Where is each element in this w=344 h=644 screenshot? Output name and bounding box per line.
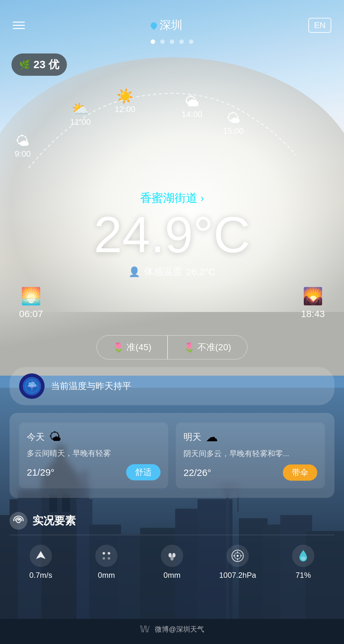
header: 深圳 EN: [0, 0, 344, 39]
accuracy-section: 🌷 准(45) 🌷 不准(20): [13, 335, 331, 359]
svg-point-34: [103, 552, 105, 555]
hour-11: ⛅ 11:00: [70, 101, 91, 127]
tomorrow-weather-icon: ☁: [206, 430, 218, 444]
svg-point-40: [170, 556, 174, 561]
live-elements-grid: 0.7m/s 0mm 0mm: [0, 538, 344, 592]
precip-item: 0mm: [141, 545, 203, 580]
hourly-forecast: 🌤 9:00 ⛅ 11:00 ☀️ 12:00 🌥 14:00 🌤 15:00: [0, 82, 344, 184]
sub-location[interactable]: 香蜜湖街道 ›: [13, 190, 331, 206]
rain-item: 0mm: [75, 545, 138, 580]
accurate-label: 准(45): [126, 341, 151, 353]
precip-value: 0mm: [163, 571, 180, 580]
svg-point-36: [103, 557, 105, 560]
sunrise: 🌅 06:07: [19, 287, 43, 319]
tomorrow-tag: 带伞: [283, 464, 317, 481]
bottom-bar: 𝕎 微博@深圳天气: [0, 619, 344, 644]
daily-tomorrow-header: 明天 ☁: [183, 430, 317, 444]
sunset-icon: 🌄: [303, 287, 323, 306]
flower-icon: 🌷: [113, 342, 124, 353]
accurate-button[interactable]: 🌷 准(45): [97, 336, 167, 359]
inaccurate-button[interactable]: 🌷 不准(20): [168, 336, 247, 359]
tomorrow-temp: 22/26°: [183, 467, 211, 478]
flower-broken-icon: 🌷: [184, 342, 195, 353]
svg-point-48: [301, 556, 306, 560]
hour-12: ☀️ 12:00: [115, 88, 135, 114]
live-section-icon: [10, 512, 27, 530]
humidity-icon-container: [292, 545, 314, 567]
svg-marker-33: [36, 551, 46, 559]
city-header: 深圳: [151, 18, 183, 33]
person-icon: 👤: [128, 266, 140, 277]
hour-9: 🌤 9:00: [15, 133, 31, 159]
today-footer: 21/29° 舒适: [27, 464, 161, 480]
news-logo: [19, 373, 45, 399]
today-desc: 多云间晴天，早晚有轻雾: [27, 448, 161, 459]
live-section-header: 实况要素: [0, 506, 344, 535]
rain-icon-container: [95, 545, 118, 567]
leaf-icon: 🌿: [19, 60, 30, 70]
daily-forecast: 今天 🌤 多云间晴天，早晚有轻雾 21/29° 舒适 明天 ☁ 阴天间多云，早晚…: [10, 413, 334, 498]
pressure-icon-container: [226, 545, 249, 567]
sunset: 🌄 18:43: [301, 287, 325, 319]
page-dot-3[interactable]: [170, 39, 174, 44]
menu-button[interactable]: [13, 22, 25, 29]
sun-times: 🌅 06:07 🌄 18:43: [0, 283, 344, 329]
page-indicator: [0, 39, 344, 44]
hour-14: 🌥 14:00: [182, 94, 202, 119]
aqi-text: 23 优: [33, 57, 59, 72]
wind-item: 0.7m/s: [10, 545, 72, 580]
hour-15: 🌤 15:00: [223, 110, 244, 136]
daily-tomorrow[interactable]: 明天 ☁ 阴天间多云，早晚有轻雾和零... 22/26° 带伞: [176, 422, 325, 488]
chevron-icon: ›: [201, 192, 204, 204]
location-icon: [149, 21, 158, 30]
svg-point-37: [108, 557, 110, 560]
today-tag: 舒适: [126, 464, 161, 480]
tomorrow-footer: 22/26° 带伞: [183, 464, 317, 481]
current-weather: 香蜜湖街道 › 24.9°C 👤 体感温度 26.2°C: [0, 190, 344, 278]
humidity-value: 71%: [296, 571, 311, 580]
daily-today[interactable]: 今天 🌤 多云间晴天，早晚有轻雾 21/29° 舒适: [19, 422, 168, 488]
aqi-badge[interactable]: 🌿 23 优: [11, 53, 67, 76]
today-weather-icon: 🌤: [49, 430, 61, 444]
page-dot-4[interactable]: [179, 39, 184, 44]
pressure-value: 1007.2hPa: [219, 571, 256, 580]
page-dot-2[interactable]: [160, 39, 165, 44]
main-temperature: 24.9°C: [13, 209, 331, 260]
svg-point-35: [108, 552, 110, 555]
inaccurate-label: 不准(20): [197, 341, 231, 353]
svg-point-43: [237, 555, 239, 557]
bottom-account: 微博@深圳天气: [155, 625, 204, 634]
section-title: 实况要素: [32, 513, 76, 528]
rain-value: 0mm: [98, 571, 115, 580]
news-text: 当前温度与昨天持平: [51, 380, 131, 392]
wind-icon-container: [30, 545, 52, 567]
page-dot-5[interactable]: [189, 39, 193, 44]
page-dot-1[interactable]: [151, 39, 155, 44]
news-banner[interactable]: 当前温度与昨天持平: [10, 367, 334, 405]
wind-value: 0.7m/s: [29, 571, 52, 580]
feels-like: 👤 体感温度 26.2°C: [13, 265, 331, 278]
today-temp: 21/29°: [27, 467, 54, 478]
humidity-item: 71%: [272, 545, 334, 580]
weibo-icon: 𝕎: [140, 624, 150, 634]
sunrise-icon: 🌅: [21, 287, 41, 306]
daily-today-header: 今天 🌤: [27, 430, 161, 444]
pressure-item: 1007.2hPa: [206, 545, 269, 580]
precip-icon-container: [161, 545, 183, 567]
city-name-text: 深圳: [160, 18, 183, 33]
section-divider: [10, 535, 334, 535]
language-toggle[interactable]: EN: [308, 18, 331, 33]
tomorrow-desc: 阴天间多云，早晚有轻雾和零...: [183, 448, 317, 459]
daily-row: 今天 🌤 多云间晴天，早晚有轻雾 21/29° 舒适 明天 ☁ 阴天间多云，早晚…: [19, 422, 325, 488]
